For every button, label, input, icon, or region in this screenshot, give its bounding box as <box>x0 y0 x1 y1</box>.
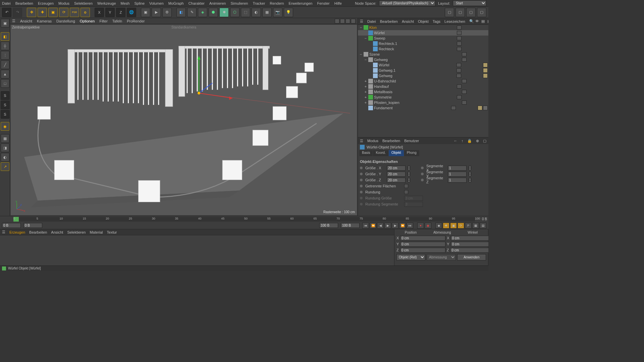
objmenu-item[interactable]: Bearbeiten <box>380 19 398 23</box>
key-pos-button[interactable]: ✚ <box>443 223 449 229</box>
menu-item[interactable]: Spline <box>134 1 145 5</box>
panel-toggle-1[interactable]: ▢ <box>445 8 454 17</box>
menu-item[interactable]: Charakter <box>189 1 205 5</box>
expand-toggle[interactable]: − <box>359 52 363 56</box>
objmenu-item[interactable]: Objekt <box>418 19 429 23</box>
tab-phong[interactable]: Phong <box>404 150 419 156</box>
axis-mode[interactable]: ┼ <box>1 42 9 50</box>
snap-toggle[interactable]: S <box>1 91 9 100</box>
material-tag[interactable] <box>483 73 488 78</box>
spinner[interactable]: ▴▾ <box>469 178 471 182</box>
visibility-editor-dot[interactable] <box>467 52 472 56</box>
viewport-zoom-icon[interactable] <box>340 19 345 23</box>
tree-row[interactable]: −Sweep <box>358 36 488 41</box>
size-x-input[interactable] <box>387 166 406 171</box>
max-icon[interactable]: ▢ <box>483 139 486 143</box>
visibility-editor-dot[interactable] <box>462 63 466 67</box>
y-axis-button[interactable]: Y <box>105 8 115 17</box>
panel-toggle-4[interactable]: ▢ <box>477 8 486 17</box>
workplane[interactable]: S <box>1 110 9 119</box>
menu-item[interactable]: Volumen <box>149 1 164 5</box>
frame-current-input[interactable] <box>23 223 42 228</box>
object-mode[interactable]: ◧ <box>1 32 9 41</box>
expand-toggle[interactable]: + <box>364 90 367 94</box>
redo-button[interactable]: ↷ <box>13 8 22 17</box>
matmenu-item[interactable]: Ansicht <box>51 230 63 234</box>
vmenu-item[interactable]: Filter <box>99 19 107 23</box>
pos-input[interactable] <box>400 242 445 247</box>
expand-toggle[interactable]: − <box>364 36 367 40</box>
render-active-button[interactable]: ▶ <box>152 8 161 17</box>
spinner[interactable]: ▴▾ <box>408 178 410 182</box>
dim-input[interactable] <box>450 248 488 253</box>
soft-select[interactable]: ◉ <box>1 122 9 131</box>
menu-item[interactable]: MoGraph <box>168 1 184 5</box>
material-tag[interactable] <box>478 106 482 110</box>
scale-tool[interactable]: ▣ <box>48 8 58 17</box>
viewport-rotate-icon[interactable] <box>345 19 350 23</box>
menu-item[interactable]: Tracker <box>253 1 265 5</box>
layer-dot[interactable] <box>457 63 461 67</box>
apply-button[interactable]: Anwenden <box>457 254 486 260</box>
spinner[interactable]: ▴▾ <box>469 172 471 176</box>
matmenu-item[interactable]: Material <box>90 230 103 234</box>
key-param-button[interactable]: P <box>465 223 472 229</box>
deformer-button[interactable]: ⬚ <box>241 8 250 17</box>
frame-start-input[interactable] <box>2 223 21 228</box>
node-space-select[interactable]: Aktuell (Standard/Physikalisch) <box>379 0 435 6</box>
matmenu-item[interactable]: Erzeugen <box>9 230 25 234</box>
expand-toggle[interactable]: − <box>359 25 363 29</box>
material-list[interactable] <box>0 235 394 265</box>
hamburger-icon[interactable]: ☰ <box>360 19 363 23</box>
tab-basis[interactable]: Basis <box>359 150 373 156</box>
vmenu-item[interactable]: Darstellung <box>56 19 75 23</box>
lock-icon[interactable]: 🔒 <box>467 139 472 143</box>
menu-item[interactable]: Simulieren <box>231 1 248 5</box>
visibility-editor-dot[interactable] <box>462 95 467 99</box>
visibility-editor-dot[interactable] <box>462 36 467 40</box>
hamburger-icon[interactable]: ☰ <box>360 139 363 143</box>
tree-row[interactable]: Gehweg <box>358 73 488 78</box>
rotate-tool[interactable]: ⟳ <box>59 8 68 17</box>
visibility-render-dot[interactable] <box>467 95 472 99</box>
matmenu-item[interactable]: Textur <box>107 230 117 234</box>
xray-mode[interactable]: ◐ <box>1 153 9 162</box>
coord-dim-select[interactable]: Abmessung <box>427 254 455 260</box>
cloner-button[interactable]: ⬡ <box>230 8 239 17</box>
viewport-pan-icon[interactable] <box>335 19 339 23</box>
keyframe-selection-button[interactable]: ◆ <box>435 223 442 229</box>
key-pla-button[interactable]: ▦ <box>472 223 479 229</box>
extrude-button[interactable]: ⬢ <box>209 8 218 17</box>
z-axis-button[interactable]: Z <box>116 8 125 17</box>
array-button[interactable]: ✱ <box>219 8 229 17</box>
move-tool[interactable]: ✚ <box>38 8 47 17</box>
layer-dot[interactable] <box>462 58 467 62</box>
key-rot-button[interactable]: ⟳ <box>458 223 464 229</box>
size-z-input[interactable] <box>387 178 406 183</box>
separate-faces-checkbox[interactable] <box>404 184 408 188</box>
matmenu-item[interactable]: Selektieren <box>67 230 86 234</box>
tree-row[interactable]: +Metallbasis <box>358 89 488 95</box>
visibility-render-dot[interactable] <box>467 84 472 88</box>
panel-opts-icon[interactable]: ▣ <box>487 19 488 24</box>
lock-tool[interactable]: ⭘ <box>80 8 90 17</box>
menu-item[interactable]: Erzeugen <box>38 1 54 5</box>
visibility-editor-dot[interactable] <box>462 31 467 35</box>
viewport-maximize-icon[interactable] <box>351 19 356 23</box>
poly-mode[interactable]: ▲ <box>1 70 9 78</box>
layer-dot[interactable] <box>462 101 467 105</box>
vmenu-item[interactable]: Tafeln <box>112 19 122 23</box>
field-button[interactable]: ◐ <box>252 8 261 17</box>
vmenu-item[interactable]: Ansicht <box>20 19 32 23</box>
menu-item[interactable]: Hilfe <box>334 1 342 5</box>
tree-row[interactable]: Würfel <box>358 62 488 68</box>
layer-dot[interactable] <box>457 68 461 72</box>
spline-pen-button[interactable]: ✎ <box>187 8 197 17</box>
expand-toggle[interactable]: − <box>364 58 367 62</box>
spinner[interactable]: ▴▾ <box>408 166 410 170</box>
vmenu-item[interactable]: ProRender <box>127 19 145 23</box>
prev-frame-button[interactable]: ◀ <box>377 223 384 229</box>
cube-primitive-button[interactable]: ◧ <box>176 8 186 17</box>
key-scale-button[interactable]: ▣ <box>450 223 457 229</box>
phong-tag[interactable] <box>483 106 488 110</box>
